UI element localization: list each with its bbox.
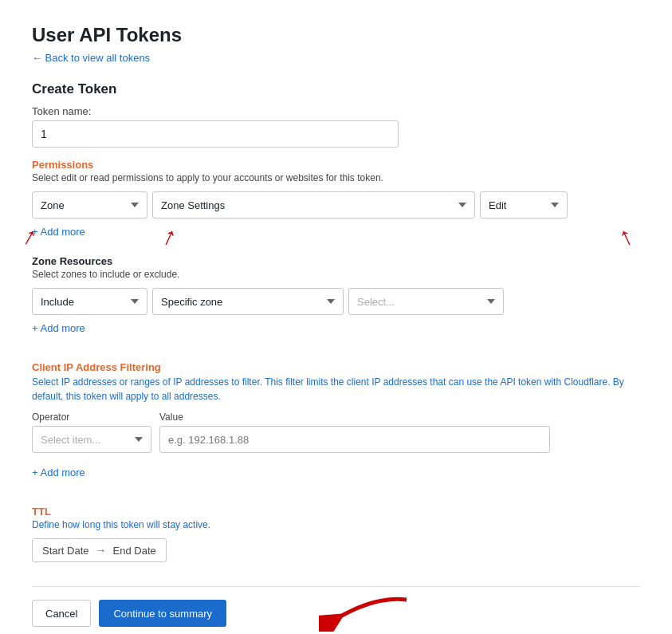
divider	[32, 586, 640, 587]
client-ip-title: Client IP Address Filtering	[32, 361, 640, 373]
zone-include-select[interactable]: Include Exclude	[32, 288, 147, 315]
permissions-description: Select edit or read permissions to apply…	[32, 172, 640, 183]
permissions-add-more[interactable]: + Add more	[32, 226, 85, 238]
back-link[interactable]: ← Back to view all tokens	[32, 52, 150, 64]
operator-select[interactable]: Select item... Equal Not Equal In	[32, 426, 151, 453]
permissions-row: ↑ Zone Account User ↑ Zone Settings Zone…	[32, 191, 640, 219]
client-ip-value-input[interactable]	[159, 426, 550, 453]
client-ip-row: Operator Select item... Equal Not Equal …	[32, 412, 640, 453]
date-range-control[interactable]: Start Date → End Date	[32, 538, 167, 562]
page-title: User API Tokens	[32, 24, 640, 46]
create-token-title: Create Token	[32, 81, 640, 97]
permissions-access-select[interactable]: Edit Read	[480, 191, 568, 219]
ttl-description: Define how long this token will stay act…	[32, 519, 640, 530]
zone-resources-title: Zone Resources	[32, 255, 640, 267]
arrow-annotation-continue	[319, 592, 415, 632]
continue-button[interactable]: Continue to summary	[99, 600, 226, 627]
permissions-title: Permissions	[32, 159, 640, 171]
zone-scope-select[interactable]: Specific zone All zones	[152, 288, 344, 315]
zone-resources-row: Include Exclude Specific zone All zones …	[32, 288, 640, 315]
client-ip-add-more[interactable]: + Add more	[32, 467, 85, 478]
zone-resources-description: Select zones to include or exclude.	[32, 269, 640, 280]
token-name-label: Token name:	[32, 105, 640, 117]
operator-label: Operator	[32, 412, 151, 423]
value-label: Value	[159, 412, 550, 423]
token-name-input[interactable]	[32, 120, 399, 148]
zone-value-select[interactable]: Select...	[348, 288, 504, 315]
zone-resources-add-more[interactable]: + Add more	[32, 322, 85, 334]
permissions-permission-select[interactable]: Zone Settings Zone DNS Zone Cache Zone F…	[152, 191, 475, 219]
client-ip-description: Select IP addresses or ranges of IP addr…	[32, 375, 640, 404]
arrow-right-icon: →	[96, 544, 107, 557]
end-date-label: End Date	[113, 545, 156, 557]
footer-buttons: Cancel Continue to summary	[32, 600, 640, 627]
permissions-category-select[interactable]: Zone Account User	[32, 191, 147, 219]
cancel-button[interactable]: Cancel	[32, 600, 91, 627]
ttl-title: TTL	[32, 506, 640, 518]
start-date-label: Start Date	[42, 545, 89, 557]
